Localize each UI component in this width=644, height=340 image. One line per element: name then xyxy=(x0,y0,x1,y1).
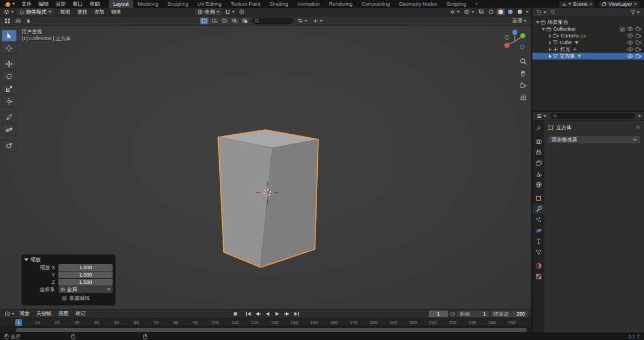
tab-tool[interactable] xyxy=(532,123,544,133)
outliner-editor-type-button[interactable] xyxy=(535,9,548,16)
tool-options-dropdown[interactable]: 选项 xyxy=(511,18,528,24)
ruler-tick[interactable]: 190 xyxy=(387,318,399,327)
tool-icon-button[interactable] xyxy=(25,18,33,24)
close-icon[interactable] xyxy=(634,2,637,6)
ruler-tick[interactable]: 240 xyxy=(486,318,498,327)
workspace-tab[interactable]: Shading xyxy=(265,0,293,8)
ruler-tick[interactable]: 150 xyxy=(308,318,321,327)
timeline-menu-item[interactable]: 视图 xyxy=(55,310,72,317)
add-modifier-button[interactable]: 添加修改器 xyxy=(548,135,641,144)
properties-editor-type-button[interactable] xyxy=(535,113,548,120)
tool-measure[interactable] xyxy=(2,124,16,135)
jump-to-end-button[interactable] xyxy=(292,311,301,317)
jump-to-start-button[interactable] xyxy=(244,311,253,317)
viewport-menu-item[interactable]: 视图 xyxy=(57,8,74,16)
select-mode-subtract[interactable] xyxy=(220,18,229,24)
select-mode-new[interactable] xyxy=(200,18,208,24)
tool-search[interactable] xyxy=(252,18,293,24)
ruler-tick[interactable]: 200 xyxy=(407,318,419,327)
proportional-edit-toggle[interactable] xyxy=(238,8,246,15)
scale-y-field[interactable]: 1.000 xyxy=(58,271,113,278)
timeline-ruler[interactable]: 1020304050607080901001101201301401501601… xyxy=(0,318,531,326)
current-frame-marker[interactable]: 1 xyxy=(15,319,22,326)
orientation-dropdown[interactable]: 全局 xyxy=(58,286,113,293)
caret-right-icon[interactable] xyxy=(549,54,552,58)
tool-tweak-select[interactable] xyxy=(2,30,16,41)
show-gizmo-toggle[interactable] xyxy=(449,8,461,15)
tool-settings-grid-button[interactable] xyxy=(3,18,11,24)
tab-material[interactable] xyxy=(532,261,544,271)
tool-annotate[interactable] xyxy=(2,112,16,123)
ruler-tick[interactable]: 100 xyxy=(209,318,221,327)
frame-start-field[interactable]: 起始 1 xyxy=(457,311,489,317)
workspace-tab[interactable]: Sculpting xyxy=(163,0,193,8)
ruler-tick[interactable]: 80 xyxy=(169,318,182,327)
workspace-tab[interactable]: Layout xyxy=(109,0,133,8)
frame-end-field[interactable]: 结束点 250 xyxy=(491,311,528,317)
ruler-tick[interactable]: 220 xyxy=(446,318,459,327)
snap-toggle[interactable] xyxy=(224,8,236,15)
falloff-checkbox-row[interactable]: 衰减编辑 xyxy=(62,295,113,302)
timeline-scrollbar[interactable] xyxy=(16,328,527,332)
pin-icon[interactable] xyxy=(636,125,641,130)
ruler-tick[interactable]: 140 xyxy=(288,318,301,327)
operator-panel[interactable]: 缩放 缩放 X 1.000 Y 1.000 Z 1.580 xyxy=(22,254,116,305)
outliner-filter-button[interactable] xyxy=(629,9,641,16)
navigation-gizmo[interactable] xyxy=(502,28,528,54)
ruler-tick[interactable]: 90 xyxy=(189,318,202,327)
caret-right-icon[interactable] xyxy=(549,41,552,45)
tab-render[interactable] xyxy=(532,137,544,147)
mode-selector[interactable]: 物体模式 xyxy=(17,8,54,15)
tab-modifiers-active[interactable] xyxy=(532,204,544,214)
tool-gizmos-dropdown[interactable] xyxy=(312,18,324,24)
viewport-menu-item[interactable]: 添加 xyxy=(91,8,108,16)
tool-settings-sliders-button[interactable] xyxy=(296,18,309,24)
caret-down-icon[interactable] xyxy=(536,21,540,24)
timeline-editor-type-button[interactable] xyxy=(3,311,16,317)
ruler-tick[interactable]: 60 xyxy=(130,318,143,327)
workspace-tab[interactable]: Scripting xyxy=(442,0,471,8)
scale-z-field[interactable]: 1.580 xyxy=(58,279,113,286)
tool-cursor[interactable] xyxy=(2,42,16,54)
shading-solid-button[interactable] xyxy=(497,8,505,15)
next-keyframe-button[interactable] xyxy=(283,311,291,317)
tab-object[interactable] xyxy=(532,193,544,203)
ruler-tick[interactable]: 40 xyxy=(91,318,103,327)
tab-particles[interactable] xyxy=(532,215,544,225)
render-visibility-icon[interactable] xyxy=(636,33,642,38)
render-visibility-icon[interactable] xyxy=(636,54,642,58)
current-frame-field[interactable]: 1 xyxy=(429,311,448,317)
workspace-tab[interactable]: Animation xyxy=(293,0,325,8)
properties-search-input[interactable] xyxy=(559,113,632,119)
operator-panel-header[interactable]: 缩放 xyxy=(24,256,113,264)
zoom-button[interactable] xyxy=(519,57,528,66)
viewport-menu-item[interactable]: 选择 xyxy=(74,8,91,16)
ruler-tick[interactable]: 250 xyxy=(506,318,518,327)
ruler-tick[interactable]: 110 xyxy=(229,318,241,327)
caret-down-icon[interactable] xyxy=(541,28,545,31)
row-collection[interactable]: Collection xyxy=(532,26,644,32)
eye-icon[interactable] xyxy=(627,27,633,31)
viewport-3d[interactable]: 用户透视 (1) Collection | 立方体 xyxy=(0,26,531,309)
falloff-checkbox[interactable] xyxy=(62,296,67,301)
scene-selector[interactable]: Scene xyxy=(559,1,595,7)
workspace-filter-button[interactable] xyxy=(14,18,22,24)
properties-search[interactable] xyxy=(551,113,635,119)
row-object-cube[interactable]: Cube xyxy=(532,39,644,46)
ortho-toggle-button[interactable] xyxy=(519,92,528,101)
orientation-selector[interactable]: 全局 xyxy=(195,8,222,15)
select-mode-intersect[interactable] xyxy=(241,18,249,24)
ruler-tick[interactable]: 120 xyxy=(249,318,261,327)
editor-type-button[interactable] xyxy=(2,8,15,15)
tool-rotate[interactable] xyxy=(2,71,16,82)
eye-icon[interactable] xyxy=(627,47,633,52)
tool-move[interactable] xyxy=(2,58,16,70)
workspace-tab[interactable]: Compositing xyxy=(357,0,394,8)
xray-toggle[interactable] xyxy=(477,8,485,15)
topbar-menu-item[interactable]: 文件 xyxy=(18,0,35,8)
shading-rendered-button[interactable] xyxy=(516,8,524,15)
blender-app-menu[interactable] xyxy=(2,0,18,8)
play-reverse-button[interactable] xyxy=(263,311,272,317)
auto-keyframe-button[interactable] xyxy=(231,311,240,317)
shading-material-button[interactable] xyxy=(506,8,514,15)
